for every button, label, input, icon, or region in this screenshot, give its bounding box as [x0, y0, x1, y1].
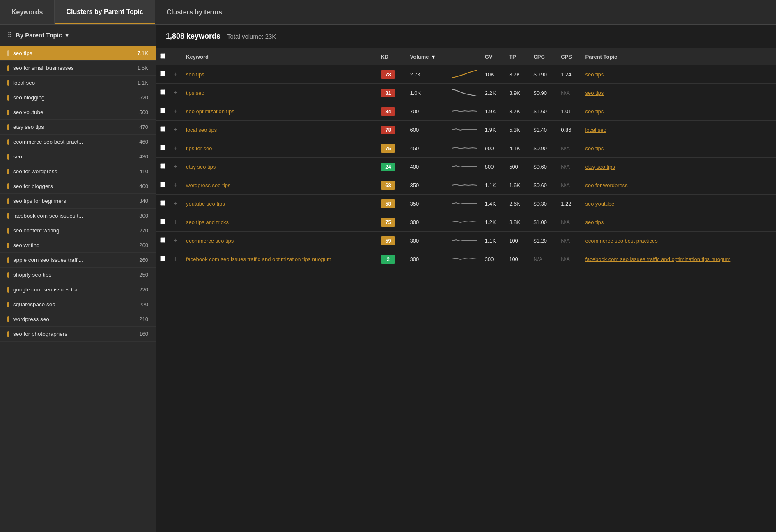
keyword-link[interactable]: seo tips and tricks — [186, 219, 229, 225]
keyword-link[interactable]: youtube seo tips — [186, 201, 225, 207]
tp-cell: 2.6K — [505, 195, 529, 213]
parent-topic-link[interactable]: ecommerce seo best practices — [585, 238, 657, 244]
add-keyword-button[interactable]: + — [170, 121, 182, 139]
keyword-link[interactable]: facebook com seo issues traffic and opti… — [186, 256, 331, 262]
sidebar-item[interactable]: shopify seo tips250 — [0, 268, 156, 282]
add-keyword-button[interactable]: + — [170, 139, 182, 158]
row-checkbox[interactable] — [160, 145, 165, 150]
row-checkbox[interactable] — [160, 163, 165, 169]
row-checkbox[interactable] — [160, 89, 165, 95]
sidebar-item[interactable]: seo content writing270 — [0, 223, 156, 238]
sidebar-item-count: 500 — [139, 109, 148, 115]
row-checkbox[interactable] — [160, 200, 165, 206]
sidebar-item[interactable]: seo for bloggers400 — [0, 179, 156, 194]
cps-cell: 1.24 — [557, 65, 581, 84]
add-keyword-button[interactable]: + — [170, 232, 182, 250]
tab-clusters-parent[interactable]: Clusters by Parent Topic — [55, 0, 155, 24]
sidebar-item[interactable]: seo for photographers160 — [0, 327, 156, 342]
row-checkbox[interactable] — [160, 108, 165, 113]
sidebar-item[interactable]: seo tips7.1K — [0, 46, 156, 61]
th-gv[interactable]: GV — [481, 48, 505, 65]
parent-topic-link[interactable]: seo tips — [585, 71, 604, 78]
parent-topic-link[interactable]: seo youtube — [585, 201, 614, 207]
keyword-link[interactable]: tips seo — [186, 90, 204, 96]
sidebar-item-label: seo writing — [13, 242, 136, 248]
sidebar-item[interactable]: local seo1.1K — [0, 76, 156, 90]
keyword-link[interactable]: local seo tips — [186, 127, 217, 133]
parent-topic-link[interactable]: facebook com seo issues traffic and opti… — [585, 256, 730, 262]
sidebar-item[interactable]: wordpress seo210 — [0, 312, 156, 327]
sidebar-item-label: ecommerce seo best pract... — [13, 139, 136, 145]
sidebar-item[interactable]: seo for wordpress410 — [0, 164, 156, 179]
keyword-link[interactable]: ecommerce seo tips — [186, 238, 234, 244]
row-checkbox[interactable] — [160, 126, 165, 132]
th-keyword[interactable]: Keyword — [182, 48, 377, 65]
tab-clusters-terms[interactable]: Clusters by terms — [155, 0, 234, 24]
add-keyword-button[interactable]: + — [170, 158, 182, 176]
th-tp[interactable]: TP — [505, 48, 529, 65]
sidebar: ⠿ By Parent Topic ▾ seo tips7.1Kseo for … — [0, 25, 156, 532]
keyword-link[interactable]: seo tips — [186, 71, 204, 78]
th-kd[interactable]: KD — [377, 48, 406, 65]
cps-cell: N/A — [557, 232, 581, 250]
cpc-cell: $0.60 — [529, 158, 557, 176]
select-all-checkbox[interactable] — [160, 53, 165, 59]
keyword-link[interactable]: seo optimization tips — [186, 108, 234, 115]
parent-topic-link[interactable]: seo tips — [585, 219, 604, 225]
row-checkbox[interactable] — [160, 71, 165, 76]
sidebar-item[interactable]: seo430 — [0, 149, 156, 164]
tab-keywords[interactable]: Keywords — [0, 0, 55, 24]
parent-topic-link[interactable]: seo for wordpress — [585, 182, 627, 188]
keyword-link[interactable]: etsy seo tips — [186, 164, 216, 170]
sidebar-item[interactable]: google com seo issues tra...220 — [0, 282, 156, 297]
add-keyword-button[interactable]: + — [170, 195, 182, 213]
parent-topic-link[interactable]: seo tips — [585, 90, 604, 96]
parent-topic-link[interactable]: seo tips — [585, 108, 604, 115]
add-keyword-button[interactable]: + — [170, 250, 182, 268]
sidebar-item[interactable]: seo youtube500 — [0, 105, 156, 120]
parent-topic-link[interactable]: local seo — [585, 127, 606, 133]
sidebar-item[interactable]: seo writing260 — [0, 238, 156, 253]
trend-cell — [448, 139, 481, 158]
sidebar-item[interactable]: apple com seo issues traffi...260 — [0, 253, 156, 268]
add-keyword-button[interactable]: + — [170, 65, 182, 84]
cpc-cell: $0.90 — [529, 84, 557, 102]
add-keyword-button[interactable]: + — [170, 213, 182, 232]
tp-cell: 3.8K — [505, 213, 529, 232]
row-checkbox[interactable] — [160, 219, 165, 224]
th-parent-topic[interactable]: Parent Topic — [581, 48, 776, 65]
parent-topic-link[interactable]: seo tips — [585, 145, 604, 151]
sidebar-item[interactable]: facebook com seo issues t...300 — [0, 209, 156, 223]
keyword-cell: seo optimization tips — [182, 102, 377, 121]
sidebar-item[interactable]: etsy seo tips470 — [0, 120, 156, 135]
parent-topic-link[interactable]: etsy seo tips — [585, 164, 615, 170]
tp-cell: 3.9K — [505, 84, 529, 102]
sidebar-item[interactable]: seo for small businesses1.5K — [0, 61, 156, 76]
sidebar-item[interactable]: ecommerce seo best pract...460 — [0, 135, 156, 149]
kd-cell: 59 — [377, 232, 406, 250]
row-checkbox[interactable] — [160, 182, 165, 187]
th-cps[interactable]: CPS — [557, 48, 581, 65]
parent-topic-cell: seo tips — [581, 102, 776, 121]
kd-badge: 2 — [381, 255, 395, 264]
tab-bar: Keywords Clusters by Parent Topic Cluste… — [0, 0, 776, 25]
add-keyword-button[interactable]: + — [170, 102, 182, 121]
th-cpc[interactable]: CPC — [529, 48, 557, 65]
add-keyword-button[interactable]: + — [170, 84, 182, 102]
add-keyword-button[interactable]: + — [170, 176, 182, 195]
row-checkbox-cell — [156, 102, 170, 121]
row-checkbox[interactable] — [160, 256, 165, 261]
row-checkbox-cell — [156, 195, 170, 213]
sidebar-item[interactable]: squarespace seo220 — [0, 297, 156, 312]
trend-cell — [448, 176, 481, 195]
th-volume[interactable]: Volume ▾ — [406, 48, 448, 65]
cps-cell: N/A — [557, 250, 581, 268]
sidebar-item[interactable]: seo blogging520 — [0, 90, 156, 105]
table-body: +seo tips782.7K10K3.7K$0.901.24seo tips+… — [156, 65, 776, 268]
keyword-link[interactable]: wordpress seo tips — [186, 182, 230, 188]
row-checkbox[interactable] — [160, 237, 165, 243]
sidebar-item-count: 1.5K — [137, 65, 148, 71]
sidebar-header[interactable]: ⠿ By Parent Topic ▾ — [0, 25, 156, 46]
keyword-link[interactable]: tips for seo — [186, 145, 212, 151]
sidebar-item[interactable]: seo tips for beginners340 — [0, 194, 156, 209]
